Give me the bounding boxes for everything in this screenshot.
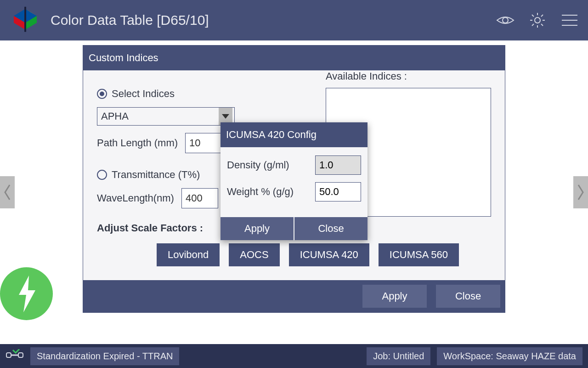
app-header: Color Data Table [D65/10] (0, 0, 588, 40)
ready-indicator[interactable] (0, 267, 53, 320)
menu-icon[interactable] (560, 11, 579, 29)
dialog-title: Custom Indices (83, 46, 505, 70)
popup-footer: Apply Close (220, 217, 368, 240)
indices-dropdown-value: APHA (101, 110, 129, 122)
wavelength-input[interactable] (181, 188, 218, 208)
header-actions (496, 11, 579, 29)
job-status[interactable]: Job: Untitled (367, 347, 430, 365)
indices-dropdown[interactable]: APHA (97, 107, 235, 126)
available-indices-label: Available Indices : (326, 70, 491, 82)
dialog-footer: Apply Close (83, 280, 505, 312)
wavelength-label: WaveLength(nm) (97, 192, 174, 204)
select-indices-label: Select Indices (112, 88, 175, 100)
weight-input[interactable] (315, 182, 361, 201)
svg-point-6 (535, 17, 540, 23)
density-label: Density (g/ml) (227, 159, 289, 171)
icumsa-420-button[interactable]: ICUMSA 420 (289, 243, 369, 266)
weight-row: Weight % (g/g) (227, 182, 361, 201)
standardization-status[interactable]: Standardization Expired - TTRAN (30, 347, 179, 365)
svg-marker-10 (222, 114, 229, 119)
transmittance-radio[interactable] (97, 170, 107, 180)
status-bar: Standardization Expired - TTRAN Job: Unt… (0, 344, 588, 368)
dialog-apply-button[interactable]: Apply (362, 285, 427, 308)
icumsa-420-config-popup: ICUMSA 420 Config Density (g/ml) Weight … (220, 122, 368, 240)
weight-label: Weight % (g/g) (227, 186, 294, 198)
svg-rect-13 (18, 353, 23, 357)
aocs-button[interactable]: AOCS (229, 243, 279, 266)
path-length-label: Path Length (mm) (97, 137, 178, 149)
nav-prev[interactable] (0, 176, 15, 208)
density-row: Density (g/ml) (227, 155, 361, 175)
workspace-status[interactable]: WorkSpace: Seaway HAZE data (437, 347, 582, 365)
density-input[interactable] (315, 155, 361, 175)
svg-point-5 (503, 17, 508, 23)
nav-next[interactable] (573, 176, 588, 208)
svg-rect-12 (6, 353, 11, 357)
path-length-input[interactable] (185, 133, 222, 153)
popup-close-button[interactable]: Close (294, 217, 368, 240)
scale-factor-buttons: Lovibond AOCS ICUMSA 420 ICUMSA 560 (157, 243, 491, 266)
dialog-close-button[interactable]: Close (436, 285, 500, 308)
svg-marker-11 (19, 276, 35, 312)
app-logo (9, 6, 41, 34)
connection-icon (6, 349, 24, 363)
select-indices-radio[interactable] (97, 89, 107, 99)
transmittance-label: Transmittance (T%) (112, 169, 200, 181)
page-title: Color Data Table [D65/10] (51, 12, 496, 28)
popup-title: ICUMSA 420 Config (220, 122, 368, 147)
popup-apply-button[interactable]: Apply (220, 217, 294, 240)
view-icon[interactable] (496, 11, 514, 29)
lovibond-button[interactable]: Lovibond (157, 243, 220, 266)
gear-icon[interactable] (528, 11, 547, 29)
icumsa-560-button[interactable]: ICUMSA 560 (379, 243, 459, 266)
